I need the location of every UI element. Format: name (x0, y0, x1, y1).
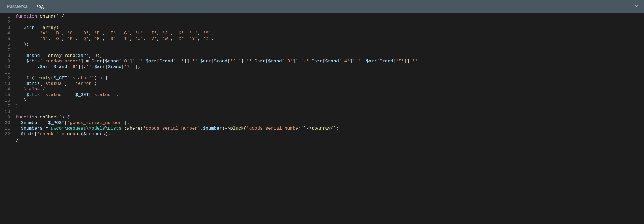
tab-code[interactable]: Код (36, 4, 44, 9)
line-number: 21 (2, 126, 10, 131)
line-number: 13 (2, 81, 10, 86)
code-line[interactable] (15, 70, 644, 75)
code-line[interactable]: $numbers = Dwcom\Request\Models\Lists::w… (15, 126, 644, 131)
line-number: 9 (2, 58, 10, 64)
line-number: 5 (2, 36, 10, 42)
line-number: 6 (2, 42, 10, 47)
code-line[interactable]: $this['random_order'] = $arr[$rand['0']]… (15, 58, 644, 64)
line-number: 8 (2, 53, 10, 58)
editor-container: Разметка Код 123456789101112131415161718… (0, 0, 644, 224)
code-line[interactable]: } (15, 137, 644, 142)
line-number: 19 (2, 114, 10, 120)
code-line[interactable]: function onCheck() { (15, 114, 644, 120)
line-number: 14 (2, 86, 10, 92)
code-line[interactable]: $this['status'] = 'error'; (15, 81, 644, 86)
line-number: 17 (2, 103, 10, 109)
line-number: 11 (2, 70, 10, 75)
chevron-down-icon[interactable] (634, 3, 639, 10)
line-number: 22 (2, 131, 10, 137)
code-line[interactable] (15, 109, 644, 114)
code-line[interactable]: $rand = array_rand($arr, 8); (15, 53, 644, 58)
code-content[interactable]: function onEnd() { $arr = array( 'A', 'B… (13, 13, 644, 224)
code-line[interactable]: $this['status'] = $_GET['status']; (15, 92, 644, 98)
code-line[interactable]: if ( empty($_GET['status']) ) { (15, 75, 644, 81)
line-number: 7 (2, 47, 10, 53)
line-number: 2 (2, 19, 10, 25)
code-line[interactable]: } (15, 103, 644, 109)
code-line[interactable]: .$arr[$rand['6']].''.$arr[$rand['7']]; (15, 64, 644, 70)
line-number: 20 (2, 120, 10, 126)
line-number: 15 (2, 92, 10, 98)
line-number: 10 (2, 64, 10, 70)
line-number: 4 (2, 30, 10, 36)
tab-markup[interactable]: Разметка (7, 4, 28, 9)
line-number: 16 (2, 98, 10, 103)
code-line[interactable]: $arr = array( (15, 25, 644, 30)
tab-bar: Разметка Код (0, 0, 644, 13)
code-line[interactable]: 'N', 'O', 'P', 'Q', 'R', 'S', 'T', 'U', … (15, 36, 644, 42)
code-line[interactable]: function onEnd() { (15, 13, 644, 19)
code-line[interactable]: } else { (15, 86, 644, 92)
line-number: 12 (2, 75, 10, 81)
code-line[interactable]: ); (15, 42, 644, 47)
code-editor[interactable]: 12345678910111213141516171819202122 func… (0, 13, 644, 224)
code-line[interactable]: $number = $_POST['goods_serial_number']; (15, 120, 644, 126)
code-line[interactable]: $this['check'] = count($numbers); (15, 131, 644, 137)
line-number: 1 (2, 13, 10, 19)
code-line[interactable]: 'A', 'B', 'C', 'D', 'E', 'F', 'G', 'H', … (15, 30, 644, 36)
line-number: 18 (2, 109, 10, 114)
code-line[interactable] (15, 47, 644, 53)
code-line[interactable] (15, 19, 644, 25)
line-gutter: 12345678910111213141516171819202122 (0, 13, 13, 224)
code-line[interactable]: } (15, 98, 644, 103)
line-number: 3 (2, 25, 10, 30)
